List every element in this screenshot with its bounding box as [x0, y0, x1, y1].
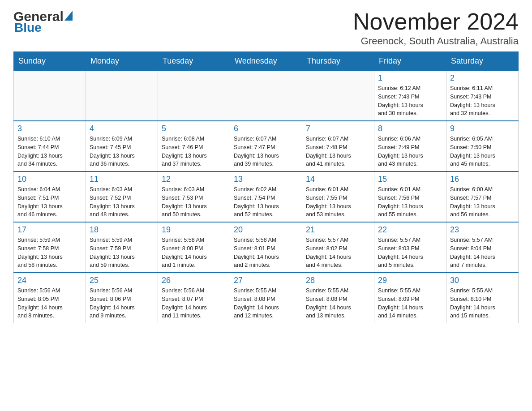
calendar-cell: [158, 71, 230, 121]
calendar-cell: 13Sunrise: 6:02 AM Sunset: 7:54 PM Dayli…: [230, 171, 302, 222]
calendar-cell: 23Sunrise: 5:57 AM Sunset: 8:04 PM Dayli…: [446, 222, 519, 273]
logo-triangle-icon: [64, 11, 73, 21]
calendar-cell: 25Sunrise: 5:56 AM Sunset: 8:06 PM Dayli…: [86, 273, 158, 323]
day-info: Sunrise: 6:01 AM Sunset: 7:56 PM Dayligh…: [378, 185, 442, 219]
calendar-week-3: 10Sunrise: 6:04 AM Sunset: 7:51 PM Dayli…: [14, 171, 519, 222]
col-saturday: Saturday: [446, 52, 519, 71]
day-number: 29: [378, 276, 442, 285]
day-number: 16: [450, 175, 515, 184]
page-header: General Blue November 2024 Greenock, Sou…: [13, 9, 519, 47]
calendar-cell: 5Sunrise: 6:08 AM Sunset: 7:46 PM Daylig…: [158, 121, 230, 171]
calendar-cell: 24Sunrise: 5:56 AM Sunset: 8:05 PM Dayli…: [14, 273, 86, 323]
day-number: 17: [17, 225, 82, 235]
day-number: 26: [162, 276, 226, 285]
day-number: 6: [234, 124, 298, 133]
calendar-cell: 17Sunrise: 5:59 AM Sunset: 7:58 PM Dayli…: [14, 222, 86, 273]
calendar-cell: 28Sunrise: 5:55 AM Sunset: 8:08 PM Dayli…: [302, 273, 374, 323]
day-info: Sunrise: 6:07 AM Sunset: 7:48 PM Dayligh…: [306, 135, 370, 168]
day-number: 3: [17, 124, 82, 133]
day-number: 18: [90, 225, 154, 235]
calendar-cell: [302, 71, 374, 121]
calendar-cell: 19Sunrise: 5:58 AM Sunset: 8:00 PM Dayli…: [158, 222, 230, 273]
calendar-cell: 27Sunrise: 5:55 AM Sunset: 8:08 PM Dayli…: [230, 273, 302, 323]
logo-blue: Blue: [14, 21, 42, 35]
col-thursday: Thursday: [302, 52, 374, 71]
calendar-week-4: 17Sunrise: 5:59 AM Sunset: 7:58 PM Dayli…: [14, 222, 519, 273]
calendar-cell: 11Sunrise: 6:03 AM Sunset: 7:52 PM Dayli…: [86, 171, 158, 222]
title-block: November 2024 Greenock, South Australia,…: [353, 9, 519, 47]
day-number: 2: [450, 73, 515, 83]
day-number: 4: [90, 124, 154, 133]
day-number: 9: [450, 124, 515, 133]
day-info: Sunrise: 6:11 AM Sunset: 7:43 PM Dayligh…: [450, 84, 515, 118]
day-info: Sunrise: 6:07 AM Sunset: 7:47 PM Dayligh…: [234, 135, 298, 168]
day-number: 15: [378, 175, 442, 184]
calendar-cell: 7Sunrise: 6:07 AM Sunset: 7:48 PM Daylig…: [302, 121, 374, 171]
day-info: Sunrise: 5:56 AM Sunset: 8:05 PM Dayligh…: [17, 287, 82, 320]
day-number: 30: [450, 276, 515, 285]
day-info: Sunrise: 6:02 AM Sunset: 7:54 PM Dayligh…: [234, 185, 298, 219]
calendar-cell: 2Sunrise: 6:11 AM Sunset: 7:43 PM Daylig…: [446, 71, 519, 121]
day-info: Sunrise: 5:56 AM Sunset: 8:07 PM Dayligh…: [162, 287, 226, 320]
calendar-week-5: 24Sunrise: 5:56 AM Sunset: 8:05 PM Dayli…: [14, 273, 519, 323]
calendar-cell: 10Sunrise: 6:04 AM Sunset: 7:51 PM Dayli…: [14, 171, 86, 222]
day-number: 24: [17, 276, 82, 285]
day-info: Sunrise: 6:00 AM Sunset: 7:57 PM Dayligh…: [450, 185, 515, 219]
calendar-cell: 22Sunrise: 5:57 AM Sunset: 8:03 PM Dayli…: [374, 222, 446, 273]
day-info: Sunrise: 6:04 AM Sunset: 7:51 PM Dayligh…: [17, 185, 82, 219]
day-info: Sunrise: 6:06 AM Sunset: 7:49 PM Dayligh…: [378, 135, 442, 168]
day-number: 10: [17, 175, 82, 184]
calendar-cell: 1Sunrise: 6:12 AM Sunset: 7:43 PM Daylig…: [374, 71, 446, 121]
calendar-cell: 14Sunrise: 6:01 AM Sunset: 7:55 PM Dayli…: [302, 171, 374, 222]
calendar-cell: 6Sunrise: 6:07 AM Sunset: 7:47 PM Daylig…: [230, 121, 302, 171]
calendar-week-2: 3Sunrise: 6:10 AM Sunset: 7:44 PM Daylig…: [14, 121, 519, 171]
day-number: 12: [162, 175, 226, 184]
calendar-cell: 12Sunrise: 6:03 AM Sunset: 7:53 PM Dayli…: [158, 171, 230, 222]
day-info: Sunrise: 5:58 AM Sunset: 8:00 PM Dayligh…: [162, 236, 226, 270]
day-number: 8: [378, 124, 442, 133]
day-number: 25: [90, 276, 154, 285]
col-friday: Friday: [374, 52, 446, 71]
day-info: Sunrise: 5:55 AM Sunset: 8:10 PM Dayligh…: [450, 287, 515, 320]
day-number: 20: [234, 225, 298, 235]
day-info: Sunrise: 6:03 AM Sunset: 7:52 PM Dayligh…: [90, 185, 154, 219]
day-number: 21: [306, 225, 370, 235]
calendar-cell: 29Sunrise: 5:55 AM Sunset: 8:09 PM Dayli…: [374, 273, 446, 323]
calendar-cell: 21Sunrise: 5:57 AM Sunset: 8:02 PM Dayli…: [302, 222, 374, 273]
day-number: 5: [162, 124, 226, 133]
day-number: 13: [234, 175, 298, 184]
day-number: 22: [378, 225, 442, 235]
col-sunday: Sunday: [14, 52, 86, 71]
day-info: Sunrise: 5:55 AM Sunset: 8:08 PM Dayligh…: [306, 287, 370, 320]
day-info: Sunrise: 6:09 AM Sunset: 7:45 PM Dayligh…: [90, 135, 154, 168]
day-info: Sunrise: 6:12 AM Sunset: 7:43 PM Dayligh…: [378, 84, 442, 118]
day-info: Sunrise: 5:56 AM Sunset: 8:06 PM Dayligh…: [90, 287, 154, 320]
day-number: 7: [306, 124, 370, 133]
calendar-cell: 15Sunrise: 6:01 AM Sunset: 7:56 PM Dayli…: [374, 171, 446, 222]
day-number: 19: [162, 225, 226, 235]
calendar-cell: 18Sunrise: 5:59 AM Sunset: 7:59 PM Dayli…: [86, 222, 158, 273]
day-info: Sunrise: 5:55 AM Sunset: 8:09 PM Dayligh…: [378, 287, 442, 320]
day-number: 11: [90, 175, 154, 184]
page-title: November 2024: [353, 9, 519, 34]
day-info: Sunrise: 5:57 AM Sunset: 8:04 PM Dayligh…: [450, 236, 515, 270]
calendar-cell: 16Sunrise: 6:00 AM Sunset: 7:57 PM Dayli…: [446, 171, 519, 222]
day-info: Sunrise: 6:01 AM Sunset: 7:55 PM Dayligh…: [306, 185, 370, 219]
logo: General Blue: [13, 9, 73, 35]
calendar-cell: 9Sunrise: 6:05 AM Sunset: 7:50 PM Daylig…: [446, 121, 519, 171]
calendar-header-row: Sunday Monday Tuesday Wednesday Thursday…: [14, 52, 519, 71]
day-info: Sunrise: 5:57 AM Sunset: 8:02 PM Dayligh…: [306, 236, 370, 270]
col-wednesday: Wednesday: [230, 52, 302, 71]
day-number: 14: [306, 175, 370, 184]
calendar-cell: [230, 71, 302, 121]
day-number: 1: [378, 73, 442, 83]
col-tuesday: Tuesday: [158, 52, 230, 71]
calendar-cell: 30Sunrise: 5:55 AM Sunset: 8:10 PM Dayli…: [446, 273, 519, 323]
day-info: Sunrise: 5:59 AM Sunset: 7:58 PM Dayligh…: [17, 236, 82, 270]
day-info: Sunrise: 6:05 AM Sunset: 7:50 PM Dayligh…: [450, 135, 515, 168]
day-number: 27: [234, 276, 298, 285]
day-info: Sunrise: 5:57 AM Sunset: 8:03 PM Dayligh…: [378, 236, 442, 270]
day-info: Sunrise: 5:58 AM Sunset: 8:01 PM Dayligh…: [234, 236, 298, 270]
calendar-cell: 26Sunrise: 5:56 AM Sunset: 8:07 PM Dayli…: [158, 273, 230, 323]
calendar-cell: 8Sunrise: 6:06 AM Sunset: 7:49 PM Daylig…: [374, 121, 446, 171]
